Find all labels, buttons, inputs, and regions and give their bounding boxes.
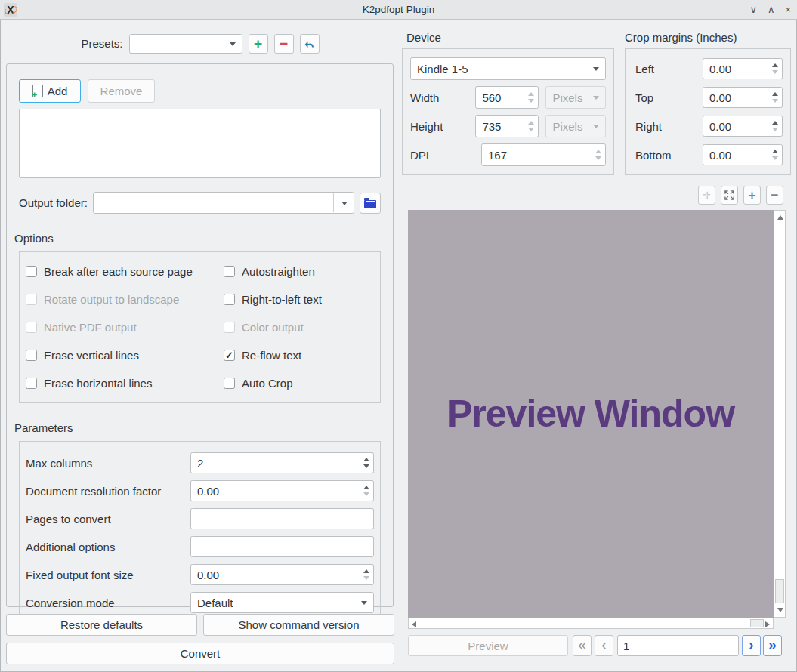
checkbox-icon[interactable]: [26, 350, 37, 361]
checkbox-rotate-output-to-landscape: Rotate output to landscape: [26, 293, 224, 306]
crop-left-spinbox[interactable]: [703, 58, 783, 79]
plus-icon: +: [254, 35, 262, 52]
preview-button[interactable]: Preview: [408, 635, 568, 656]
maximize-icon[interactable]: ∧: [768, 5, 775, 14]
options-title: Options: [14, 232, 393, 245]
spinner-arrows[interactable]: [359, 565, 373, 584]
minus-icon: −: [771, 188, 779, 203]
checkbox-auto-crop[interactable]: Auto Crop: [224, 377, 375, 390]
device-dpi-spinbox[interactable]: [481, 143, 606, 166]
checkbox-icon[interactable]: [26, 378, 37, 389]
spinner-arrows[interactable]: [768, 88, 782, 107]
page-number-input[interactable]: [617, 635, 739, 656]
horizontal-scrollbar-thumb[interactable]: [750, 619, 764, 627]
crop-top-label: Top: [635, 91, 703, 104]
output-folder-combobox[interactable]: [93, 192, 354, 214]
scroll-right-icon[interactable]: [765, 621, 770, 627]
checkbox-icon: [224, 322, 235, 333]
chevron-down-icon: [593, 96, 599, 100]
checkbox-icon[interactable]: [224, 294, 235, 305]
fixed-output-font-size-input[interactable]: [191, 569, 373, 581]
spinner-arrows[interactable]: [359, 481, 373, 501]
checkbox-checked-icon[interactable]: ✓: [224, 350, 235, 361]
options-group: Break after each source page Autostraigh…: [19, 251, 381, 403]
chevron-down-icon: [593, 67, 599, 71]
max-columns-input[interactable]: [191, 457, 373, 470]
document-resolution-factor-input[interactable]: [191, 485, 373, 498]
checkbox-icon[interactable]: [26, 266, 37, 277]
fixed-output-font-size-label: Fixed output font size: [26, 569, 190, 581]
next-page-button[interactable]: ›: [742, 635, 761, 656]
device-dpi-input[interactable]: [482, 149, 605, 162]
spinner-arrows[interactable]: [359, 453, 373, 473]
preset-add-button[interactable]: +: [249, 34, 268, 54]
conversion-mode-combobox[interactable]: Default: [190, 592, 374, 613]
plus-icon: +: [749, 188, 756, 203]
minimize-icon[interactable]: ∨: [749, 5, 757, 14]
fixed-output-font-size-spinbox[interactable]: [190, 564, 374, 585]
vertical-scrollbar-thumb[interactable]: [775, 579, 784, 603]
checkbox-autostraighten[interactable]: Autostraighten: [224, 265, 375, 278]
fit-to-width-button[interactable]: [721, 186, 738, 205]
expand-icon: [724, 190, 735, 201]
scroll-down-icon[interactable]: [777, 608, 783, 612]
preview-zoom-toolbar: + −: [698, 186, 783, 205]
pages-to-convert-input[interactable]: [190, 508, 374, 529]
preview-vertical-scrollbar[interactable]: [774, 210, 786, 618]
spinner-arrows[interactable]: [768, 59, 782, 79]
preview-window: Preview Window: [408, 210, 774, 618]
checkbox-erase-vertical-lines[interactable]: Erase vertical lines: [26, 349, 224, 362]
pages-to-convert-label: Pages to convert: [26, 513, 190, 526]
spinner-arrows[interactable]: [524, 116, 538, 137]
crop-right-label: Right: [635, 120, 703, 133]
preview-horizontal-scrollbar[interactable]: [408, 618, 774, 629]
output-folder-label: Output folder:: [19, 196, 88, 209]
checkbox-reflow-text[interactable]: ✓ Re-flow text: [224, 349, 375, 362]
scroll-left-icon[interactable]: [412, 621, 416, 627]
first-page-button[interactable]: «: [573, 635, 592, 656]
window-title: K2pdfopt Plugin: [0, 4, 797, 15]
crop-margins-title: Crop margins (Inches): [625, 31, 737, 44]
last-page-button[interactable]: »: [763, 635, 782, 656]
checkbox-erase-horizontal-lines[interactable]: Erase horizontal lines: [26, 377, 224, 390]
preset-undo-button[interactable]: [300, 34, 320, 54]
show-command-version-button[interactable]: Show command version: [203, 614, 394, 636]
device-width-label: Width: [410, 91, 468, 104]
device-width-spinbox[interactable]: [475, 86, 539, 109]
close-icon[interactable]: ×: [785, 5, 791, 14]
spinner-arrows[interactable]: [768, 116, 782, 136]
preset-remove-button[interactable]: −: [274, 34, 294, 54]
presets-combobox[interactable]: [129, 34, 242, 54]
chevron-down-icon: [230, 42, 236, 46]
crop-bottom-spinbox[interactable]: [703, 144, 783, 165]
device-group: Kindle 1-5 Width Pixels Height Pixels: [402, 48, 614, 175]
spinner-arrows[interactable]: [768, 145, 782, 165]
crop-top-spinbox[interactable]: [703, 87, 783, 108]
additional-options-input[interactable]: [190, 536, 374, 557]
crop-right-spinbox[interactable]: [703, 116, 783, 137]
device-height-label: Height: [410, 120, 468, 133]
zoom-out-button[interactable]: −: [766, 186, 783, 205]
zoom-in-button[interactable]: +: [743, 186, 761, 205]
parameters-title: Parameters: [14, 421, 393, 434]
additional-options-label: Additional options: [26, 541, 190, 553]
document-resolution-factor-spinbox[interactable]: [190, 480, 374, 501]
browse-folder-button[interactable]: [360, 193, 381, 214]
convert-button[interactable]: Convert: [6, 643, 394, 664]
checkbox-icon[interactable]: [224, 378, 235, 389]
device-model-combobox[interactable]: Kindle 1-5: [410, 57, 606, 80]
restore-defaults-button[interactable]: Restore defaults: [6, 614, 197, 636]
app-icon: X: [4, 3, 17, 17]
checkbox-break-after-each-source-page[interactable]: Break after each source page: [26, 265, 224, 278]
scroll-up-icon[interactable]: [777, 215, 783, 220]
add-file-button[interactable]: + Add: [19, 79, 81, 103]
checkbox-icon[interactable]: [224, 266, 235, 277]
spinner-arrows[interactable]: [524, 87, 538, 108]
max-columns-spinbox[interactable]: [190, 452, 374, 473]
add-document-icon: +: [32, 85, 43, 97]
previous-page-button[interactable]: ‹: [595, 635, 613, 656]
file-list[interactable]: [19, 109, 381, 178]
checkbox-right-to-left-text[interactable]: Right-to-left text: [224, 293, 375, 306]
remove-file-button[interactable]: Remove: [88, 79, 155, 103]
device-height-spinbox[interactable]: [475, 115, 539, 137]
